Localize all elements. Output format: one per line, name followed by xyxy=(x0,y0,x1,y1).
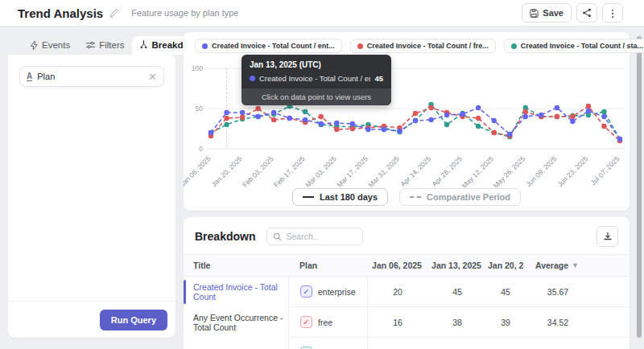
svg-text:Mar 17, 2025: Mar 17, 2025 xyxy=(335,154,369,189)
table-row-title-created-invoice[interactable]: Created Invoice - Total Count xyxy=(184,277,288,307)
svg-text:100: 100 xyxy=(192,64,203,72)
date-range-button[interactable]: Last 180 days xyxy=(292,188,388,206)
page-subtitle: Feature usage by plan type xyxy=(131,8,238,18)
share-icon xyxy=(582,8,592,18)
chart-legend: Created Invoice - Total Count / ent... C… xyxy=(195,39,644,53)
cell-value: 38 xyxy=(427,318,487,327)
breakdown-table-title: Breakdown xyxy=(195,230,255,243)
column-jan13[interactable]: Jan 13, 2025 xyxy=(427,261,486,270)
svg-text:Feb 03, 2025: Feb 03, 2025 xyxy=(241,154,275,189)
breakdown-search[interactable] xyxy=(266,228,363,245)
title-column: Created Invoice - Total Count Any Event … xyxy=(184,277,288,349)
column-average-sort[interactable]: Average ▼ xyxy=(523,261,591,270)
breakdown-panel: A Plan ✕ Run Query xyxy=(8,55,175,338)
checkbox-enterprise[interactable]: ✓ xyxy=(300,285,312,298)
plan-label: free xyxy=(318,318,332,327)
comparative-period-button[interactable]: Comparative Period xyxy=(399,188,521,206)
tab-events[interactable]: Events xyxy=(23,36,78,55)
svg-text:Jul 07, 2025: Jul 07, 2025 xyxy=(589,154,621,187)
breakdown-table-card: Breakdown Title Plan Jan 06, 2025 Jan 13… xyxy=(184,217,630,349)
sidebar-footer: Run Query xyxy=(8,301,175,338)
svg-text:Feb 17, 2025: Feb 17, 2025 xyxy=(272,154,307,189)
svg-text:May 26, 2025: May 26, 2025 xyxy=(492,154,527,190)
table-row-free: ✓ free 16 38 39 34.52 xyxy=(289,307,630,338)
text-property-icon: A xyxy=(27,72,32,81)
table-row-enterprise: ✓ enterprise 20 45 45 35.67 xyxy=(289,277,630,307)
chart-range-controls: Last 180 days Comparative Period xyxy=(184,188,630,206)
cell-value: 45 xyxy=(487,287,524,297)
edit-title-icon[interactable] xyxy=(109,9,118,18)
chevron-down-icon: ▼ xyxy=(572,261,579,269)
more-options-button[interactable]: ⋮ xyxy=(602,3,623,23)
table-row-title-any-event[interactable]: Any Event Occurrence - Total Count xyxy=(184,307,288,338)
tooltip-value: 45 xyxy=(374,74,383,83)
svg-text:Mar 03, 2025: Mar 03, 2025 xyxy=(303,154,338,189)
checkbox-free[interactable]: ✓ xyxy=(300,316,312,328)
cell-value: 39 xyxy=(487,318,524,327)
table-rows: ✓ enterprise 20 45 45 35.67 ✓ free 16 38… xyxy=(288,277,630,349)
cell-average: 34.52 xyxy=(524,318,592,327)
tooltip-hint: Click on data point to view users xyxy=(242,88,391,105)
save-button[interactable]: Save xyxy=(522,3,572,23)
trend-chart-card: Created Invoice - Total Count / ent... C… xyxy=(184,32,630,211)
tab-filters[interactable]: Filters xyxy=(78,36,132,55)
cell-value: 16 xyxy=(368,318,427,327)
tooltip-series-dot xyxy=(250,76,255,81)
save-icon xyxy=(530,9,539,18)
breakdown-table-header: Breakdown xyxy=(184,217,630,254)
plan-label: enterprise xyxy=(318,287,356,297)
legend-chip-enterprise[interactable]: Created Invoice - Total Count / ent... xyxy=(195,39,342,53)
cell-value: 45 xyxy=(427,287,487,297)
filter-sliders-icon xyxy=(86,41,95,49)
solid-line-icon xyxy=(303,196,314,198)
run-query-button[interactable]: Run Query xyxy=(100,310,167,331)
svg-text:Jun 23, 2025: Jun 23, 2025 xyxy=(556,154,590,188)
svg-text:Jan 20, 2025: Jan 20, 2025 xyxy=(210,154,244,188)
table-row-standard: ✓ standard 20 30 37 34.07 xyxy=(289,338,630,349)
query-tabs: Events Filters Breakdown xyxy=(8,35,175,55)
cell-value: 20 xyxy=(368,287,427,297)
svg-text:Jun 09, 2025: Jun 09, 2025 xyxy=(524,154,558,188)
svg-text:0: 0 xyxy=(199,145,203,153)
page-vertical-scrollbar-thumb[interactable] xyxy=(637,36,642,338)
tooltip-series-label: Created Invoice - Total Count / enterpri… xyxy=(259,74,370,83)
svg-text:Jan 06, 2025: Jan 06, 2025 xyxy=(184,154,213,188)
breakdown-search-input[interactable] xyxy=(286,232,350,241)
legend-chip-standard[interactable]: Created Invoice - Total Count / sta... xyxy=(504,39,644,53)
column-jan06[interactable]: Jan 06, 2025 xyxy=(367,261,427,270)
series-dot-standard xyxy=(511,43,517,49)
series-dot-free xyxy=(357,43,363,49)
svg-text:Apr 14, 2025: Apr 14, 2025 xyxy=(398,154,432,188)
legend-chip-free[interactable]: Created Invoice - Total Count / fre... xyxy=(350,39,496,53)
svg-text:50: 50 xyxy=(196,105,204,113)
search-icon xyxy=(273,232,282,241)
svg-text:Apr 28, 2025: Apr 28, 2025 xyxy=(431,154,464,188)
breakdown-property-value: Plan xyxy=(37,72,148,81)
column-jan20[interactable]: Jan 20, 2025 xyxy=(486,261,523,270)
page-title: Trend Analysis xyxy=(18,6,103,20)
lightning-icon xyxy=(31,41,38,50)
tooltip-date: Jan 13, 2025 (UTC) xyxy=(250,60,383,69)
kebab-icon: ⋮ xyxy=(608,7,618,19)
table-column-headers: Title Plan Jan 06, 2025 Jan 13, 2025 Jan… xyxy=(184,254,630,277)
svg-text:Mar 31, 2025: Mar 31, 2025 xyxy=(366,154,401,189)
chart-tooltip: Jan 13, 2025 (UTC) Created Invoice - Tot… xyxy=(242,55,391,105)
column-plan: Plan xyxy=(288,261,367,270)
top-bar: Trend Analysis Feature usage by plan typ… xyxy=(0,0,644,27)
series-dot-enterprise xyxy=(202,43,208,49)
clear-property-icon[interactable]: ✕ xyxy=(148,71,157,83)
svg-text:May 12, 2025: May 12, 2025 xyxy=(460,154,496,190)
share-button[interactable] xyxy=(576,3,597,23)
column-title: Title xyxy=(184,261,288,270)
download-icon xyxy=(603,232,613,241)
cell-average: 35.67 xyxy=(524,287,592,297)
download-button[interactable] xyxy=(597,226,618,247)
breakdown-property-input[interactable]: A Plan ✕ xyxy=(19,66,164,87)
breakdown-fork-icon xyxy=(140,40,147,50)
dashed-line-icon xyxy=(410,196,421,198)
